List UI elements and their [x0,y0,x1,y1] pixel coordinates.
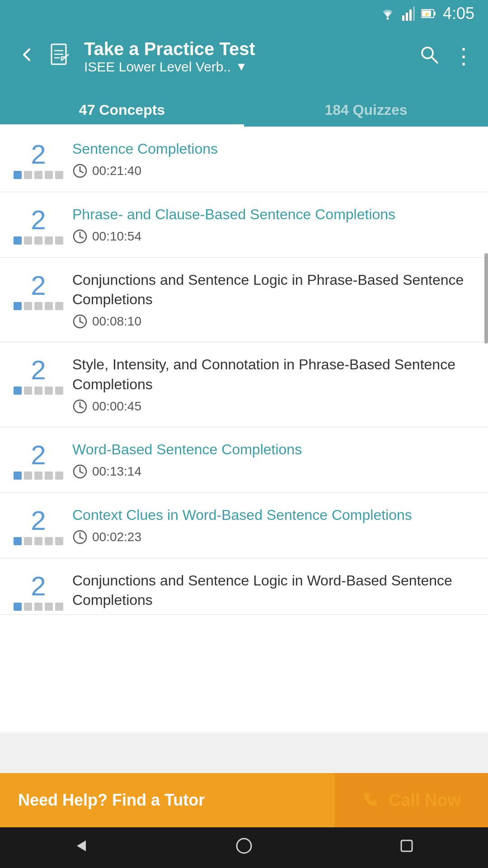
dot-5 [55,387,63,395]
item-number: 2 [31,507,46,534]
item-title: Word-Based Sentence Completions [72,440,474,459]
more-button[interactable]: ⋮ [453,46,474,67]
dot-4 [45,236,53,245]
item-dots [14,171,63,179]
item-number-block: 2 [14,205,63,245]
item-dots [14,537,63,545]
dot-2 [24,171,32,179]
svg-line-21 [80,236,83,238]
list-item[interactable]: 2 Sentence Completions 00:21:40 [0,127,488,192]
toolbar-subtitle[interactable]: ISEE Lower Level Verb.. ▼ [84,59,410,75]
dot-3 [34,603,42,611]
item-duration: 00:21:40 [92,164,141,178]
item-duration: 00:08:10 [92,314,141,329]
toolbar-title: Take a Practice Test [84,39,410,59]
dropdown-icon: ▼ [235,60,247,74]
call-now-button[interactable]: Call Now [334,773,488,827]
dot-4 [45,603,53,611]
svg-rect-7 [434,12,436,15]
subtitle-text: ISEE Lower Level Verb.. [84,59,231,75]
item-duration: 00:13:14 [92,464,141,479]
dot-2 [24,472,32,480]
dot-4 [45,387,53,395]
item-number-block: 2 [14,270,63,310]
recents-nav-button[interactable] [389,832,425,863]
item-number: 2 [31,442,46,469]
svg-point-0 [386,18,389,20]
navigation-bar [0,827,488,868]
tab-concepts[interactable]: 47 Concepts [0,102,244,127]
list-item[interactable]: 2 Word-Based Sentence Completions 00:13:… [0,427,488,493]
item-dots [14,603,63,611]
search-button[interactable] [419,45,439,69]
dot-3 [34,537,42,545]
item-title: Sentence Completions [72,139,474,159]
home-nav-button[interactable] [226,832,262,863]
item-duration: 00:02:23 [92,530,141,544]
svg-marker-34 [77,840,86,851]
item-title: Conjunctions and Sentence Logic in Phras… [72,270,474,309]
item-time: 00:13:14 [72,464,474,479]
svg-rect-3 [409,9,412,21]
status-bar: ⚡ 4:05 [0,0,488,27]
dot-1 [14,302,22,310]
status-time: 4:05 [443,4,474,23]
item-title: Conjunctions and Sentence Logic in Word-… [72,571,474,610]
dot-3 [34,302,42,310]
back-button[interactable] [14,40,41,73]
item-number: 2 [31,141,46,168]
item-title: Style, Intensity, and Connotation in Phr… [72,355,474,394]
list-item[interactable]: 2 Conjunctions and Sentence Logic in Phr… [0,258,488,342]
list-item[interactable]: 2 Conjunctions and Sentence Logic in Wor… [0,558,488,615]
svg-line-33 [80,537,83,539]
dot-2 [24,236,32,245]
svg-rect-4 [413,6,415,21]
tutor-banner[interactable]: Need Help? Find a Tutor Call Now [0,773,488,827]
list-item[interactable]: 2 Context Clues in Word-Based Sentence C… [0,493,488,558]
item-number: 2 [31,207,46,234]
list-item[interactable]: 2 Style, Intensity, and Connotation in P… [0,342,488,427]
svg-line-27 [80,406,83,408]
dot-1 [14,537,22,545]
item-number: 2 [31,357,46,384]
dot-5 [55,537,63,545]
svg-rect-2 [406,13,408,21]
tabs-bar: 47 Concepts 184 Quizzes [0,86,488,127]
find-tutor-label: Need Help? Find a Tutor [18,791,205,810]
item-content: Sentence Completions 00:21:40 [72,139,474,179]
svg-line-15 [432,57,437,63]
dot-1 [14,387,22,395]
dot-4 [45,537,53,545]
tab-quizzes[interactable]: 184 Quizzes [244,102,488,127]
dot-3 [34,472,42,480]
item-number: 2 [31,272,46,299]
item-dots [14,472,63,480]
item-content: Style, Intensity, and Connotation in Phr… [72,355,474,414]
content-list: 2 Sentence Completions 00:21:40 2 [0,127,488,732]
dot-2 [24,537,32,545]
toolbar: Take a Practice Test ISEE Lower Level Ve… [0,27,488,86]
doc-icon [50,43,70,70]
item-number-block: 2 [14,139,63,179]
scrollbar[interactable] [484,253,488,344]
dot-5 [55,472,63,480]
item-duration: 00:00:45 [92,399,141,414]
dot-3 [34,236,42,245]
dot-3 [34,387,42,395]
dot-3 [34,171,42,179]
dot-4 [45,472,53,480]
item-time: 00:21:40 [72,163,474,179]
dot-4 [45,171,53,179]
back-nav-button[interactable] [63,832,99,863]
status-icons: ⚡ 4:05 [380,4,474,23]
item-dots [14,387,63,395]
list-item[interactable]: 2 Phrase- and Clause-Based Sentence Comp… [0,192,488,258]
item-dots [14,236,63,245]
item-content: Conjunctions and Sentence Logic in Phras… [72,270,474,329]
svg-line-24 [80,321,83,323]
item-title: Context Clues in Word-Based Sentence Com… [72,505,474,525]
dot-1 [14,171,22,179]
find-tutor-button[interactable]: Need Help? Find a Tutor [0,773,334,827]
dot-5 [55,236,63,245]
item-title: Phrase- and Clause-Based Sentence Comple… [72,205,474,224]
